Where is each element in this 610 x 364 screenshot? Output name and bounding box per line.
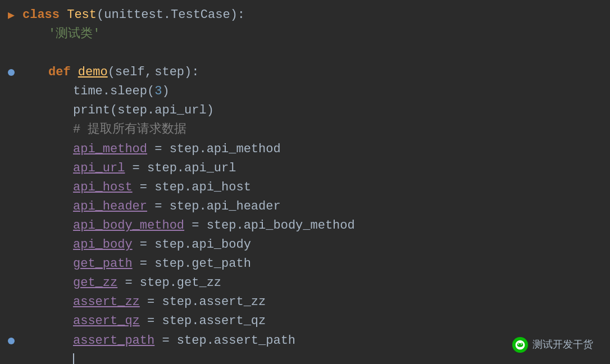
code-content: # 提取所有请求数据 bbox=[19, 120, 186, 139]
code-content: assert_qz = step.assert_qz bbox=[19, 312, 266, 331]
code-line: # 提取所有请求数据 bbox=[0, 120, 610, 139]
code-token: print(step.api_url) bbox=[73, 103, 214, 117]
code-token: get_zz bbox=[73, 276, 117, 290]
code-token: = step.api_body bbox=[133, 238, 251, 252]
code-token: api_method bbox=[73, 142, 147, 156]
code-content: get_zz = step.get_zz bbox=[19, 274, 221, 293]
code-token: assert_zz bbox=[73, 295, 140, 309]
code-line: api_method = step.api_method bbox=[0, 140, 610, 159]
code-token: = step.get_path bbox=[133, 257, 251, 271]
code-token: time.sleep( bbox=[73, 84, 154, 98]
code-line: api_body_method = step.api_body_method bbox=[0, 216, 610, 235]
code-content: time.sleep(3) bbox=[19, 82, 170, 101]
code-token: (self, step): bbox=[108, 65, 199, 79]
code-line: get_path = step.get_path bbox=[0, 254, 610, 274]
execution-arrow: ▶ bbox=[8, 7, 15, 24]
code-line: def demo(self, step): bbox=[0, 63, 610, 82]
code-token: 3 bbox=[154, 84, 162, 98]
wechat-icon bbox=[512, 337, 528, 353]
code-content: assert_zz = step.assert_zz bbox=[19, 293, 266, 312]
code-editor: ▶class Test(unittest.TestCase):'测试类'def … bbox=[0, 0, 610, 364]
code-line: get_zz = step.get_zz bbox=[0, 274, 610, 293]
code-token: assert_path bbox=[73, 334, 154, 348]
code-content: '测试类' bbox=[19, 25, 100, 44]
code-token: api_body_method bbox=[73, 219, 184, 233]
code-line: '测试类' bbox=[0, 25, 610, 44]
code-content: assert_path = step.assert_path bbox=[19, 331, 295, 351]
code-line: assert_zz = step.assert_zz bbox=[0, 293, 610, 312]
text-cursor bbox=[73, 353, 74, 364]
code-content: api_url = step.api_url bbox=[19, 159, 236, 178]
code-content bbox=[19, 351, 74, 364]
code-content: class Test(unittest.TestCase): bbox=[19, 6, 245, 25]
code-token: = step.get_zz bbox=[117, 276, 221, 290]
code-content: api_host = step.api_host bbox=[19, 178, 251, 197]
code-content: api_method = step.api_method bbox=[19, 140, 281, 159]
code-token: = step.api_body_method bbox=[184, 219, 355, 233]
code-line: api_url = step.api_url bbox=[0, 159, 610, 178]
breakpoint-indicator bbox=[8, 338, 15, 344]
code-token: = step.api_host bbox=[133, 180, 251, 194]
code-line bbox=[0, 44, 610, 63]
code-content: print(step.api_url) bbox=[19, 101, 214, 120]
code-token: ) bbox=[162, 84, 169, 98]
watermark: 测试开发干货 bbox=[512, 337, 593, 353]
code-token: api_header bbox=[73, 199, 147, 213]
code-token: get_path bbox=[73, 257, 133, 271]
code-token: = step.assert_path bbox=[154, 334, 295, 348]
code-token: api_body bbox=[73, 238, 133, 252]
code-token: = step.assert_zz bbox=[140, 295, 266, 309]
code-line: time.sleep(3) bbox=[0, 82, 610, 101]
code-line: api_body = step.api_body bbox=[0, 235, 610, 254]
code-token: def bbox=[48, 65, 78, 79]
gutter bbox=[3, 69, 19, 76]
code-token: assert_qz bbox=[73, 314, 140, 328]
code-token: class bbox=[22, 8, 67, 22]
code-token: api_url bbox=[73, 161, 125, 175]
code-content: api_body = step.api_body bbox=[19, 235, 251, 254]
code-token: = step.assert_qz bbox=[140, 314, 266, 328]
code-content: def demo(self, step): bbox=[19, 63, 199, 82]
code-line: api_host = step.api_host bbox=[0, 178, 610, 197]
code-token: # 提取所有请求数据 bbox=[73, 122, 186, 136]
code-line: print(step.api_url) bbox=[0, 101, 610, 120]
code-content: api_header = step.api_header bbox=[19, 197, 281, 216]
watermark-text: 测试开发干货 bbox=[532, 337, 593, 353]
gutter bbox=[3, 338, 19, 344]
code-line: assert_qz = step.assert_qz bbox=[0, 312, 610, 331]
code-token: = step.api_method bbox=[147, 142, 281, 156]
code-token: (unittest.TestCase): bbox=[97, 8, 245, 22]
gutter: ▶ bbox=[3, 7, 19, 24]
code-content: api_body_method = step.api_body_method bbox=[19, 216, 355, 235]
code-token: = step.api_header bbox=[147, 199, 281, 213]
breakpoint-indicator bbox=[8, 69, 15, 76]
code-token: = step.api_url bbox=[125, 161, 236, 175]
code-line: ▶class Test(unittest.TestCase): bbox=[0, 6, 610, 25]
code-token: Test bbox=[67, 8, 97, 22]
code-content: get_path = step.get_path bbox=[19, 254, 251, 274]
code-token: '测试类' bbox=[48, 27, 100, 41]
code-token: demo bbox=[78, 65, 108, 79]
code-line: api_header = step.api_header bbox=[0, 197, 610, 216]
code-token: api_host bbox=[73, 180, 133, 194]
